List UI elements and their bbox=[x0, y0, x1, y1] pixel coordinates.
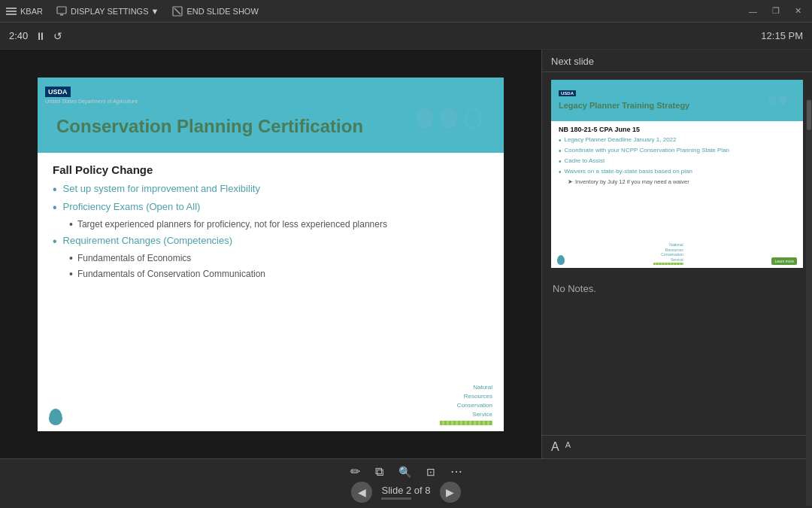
nrcs-text: NaturalResourcesConservationService bbox=[440, 383, 492, 419]
topbar-display-settings[interactable]: DISPLAY SETTINGS ▼ bbox=[56, 6, 159, 17]
nav-controls: ◀ Slide 2 of 8 ▶ bbox=[351, 482, 460, 503]
thumb-bullet-dot-3: • bbox=[559, 157, 562, 166]
header-drops bbox=[417, 108, 481, 129]
slide-sub-bullet-2-1: • Target experienced planners for profic… bbox=[69, 218, 489, 231]
thumb-drop-3 bbox=[789, 95, 797, 105]
thumb-title: Legacy Planner Training Strategy bbox=[559, 101, 795, 110]
topbar-kbar[interactable]: KBAR bbox=[6, 6, 43, 17]
display-icon bbox=[56, 6, 67, 17]
slide-progress-bar bbox=[381, 497, 411, 500]
bullet-dot-3: • bbox=[53, 234, 57, 248]
thumb-bullet-1: • Legacy Planner Deadline January 1, 202… bbox=[559, 136, 795, 144]
thumb-bullet-2: • Coordinate with your NCPP Conservation… bbox=[559, 147, 795, 155]
bullet-dot-1: • bbox=[53, 182, 57, 196]
bullet-dot-2: • bbox=[53, 200, 57, 214]
scroll-thumb[interactable] bbox=[807, 100, 811, 130]
svg-line-6 bbox=[174, 8, 180, 14]
topbar: KBAR DISPLAY SETTINGS ▼ END SLIDE SHOW —… bbox=[0, 0, 812, 23]
right-scrollbar[interactable] bbox=[806, 99, 812, 506]
thumb-nrcs-bar bbox=[653, 263, 683, 265]
font-controls: A A bbox=[542, 435, 812, 458]
topbar-end-slideshow[interactable]: END SLIDE SHOW bbox=[172, 6, 258, 17]
slide-footer: NaturalResourcesConservationService bbox=[38, 379, 504, 431]
thumb-bullet-text-3: Cadre to Assist bbox=[565, 157, 605, 165]
thumb-bullet-3: • Cadre to Assist bbox=[559, 157, 795, 166]
thumb-bullet-text-1: Legacy Planner Deadline January 1, 2022 bbox=[565, 136, 677, 144]
notes-area: No Notes. bbox=[542, 275, 812, 435]
slide-drop-bottom bbox=[49, 409, 62, 425]
restore-button[interactable]: ❐ bbox=[768, 5, 784, 17]
slide-title: Conservation Planning Certification bbox=[53, 116, 363, 137]
nrcs-branding: NaturalResourcesConservationService bbox=[440, 383, 492, 425]
thumb-drop-2 bbox=[779, 95, 786, 105]
copy-icon[interactable]: ⧉ bbox=[375, 465, 383, 479]
usda-subtext: United States Department of Agriculture bbox=[45, 99, 138, 104]
thumb-body: NB 180-21-5 CPA June 15 • Legacy Planner… bbox=[551, 121, 803, 191]
thumb-bullet-dot-2: • bbox=[559, 147, 562, 155]
pause-button[interactable]: ⏸ bbox=[35, 30, 46, 42]
slide-bullet-2: • Proficiency Exams (Open to All) bbox=[53, 200, 489, 214]
next-slide-thumbnail[interactable]: USDA Legacy Planner Training Strategy NB… bbox=[551, 80, 803, 268]
slide-sub-bullet-3-1: • Fundamentals of Economics bbox=[69, 252, 489, 265]
thumb-drop-1 bbox=[768, 95, 776, 105]
thumb-usda-logo: USDA bbox=[559, 90, 576, 96]
bullet-text-2: Proficiency Exams (Open to All) bbox=[63, 200, 201, 214]
usda-logo-box: USDA bbox=[45, 87, 71, 97]
thumb-bullet-text-4: Waivers on a state-by-state basis based … bbox=[565, 168, 692, 175]
crop-icon[interactable]: ⊡ bbox=[426, 466, 435, 478]
drop-icon-2 bbox=[441, 108, 457, 129]
elapsed-time: 2:40 bbox=[9, 30, 28, 41]
usda-logo: USDA United States Department of Agricul… bbox=[45, 84, 138, 104]
search-icon[interactable]: 🔍 bbox=[398, 466, 411, 478]
sub-dot-3-1: • bbox=[69, 252, 73, 265]
drop-icon-1 bbox=[417, 108, 433, 129]
next-slide-button[interactable]: ▶ bbox=[440, 482, 461, 503]
thumb-bullet-text-2: Coordinate with your NCPP Conservation P… bbox=[565, 147, 730, 154]
clock-time: 12:15 PM bbox=[761, 30, 803, 41]
sub-text-3-1: Fundamentals of Economics bbox=[77, 252, 191, 265]
font-decrease-button[interactable]: A bbox=[565, 440, 571, 454]
thumb-bullet-4: • Waivers on a state-by-state basis base… bbox=[559, 168, 795, 176]
thumb-subtitle: NB 180-21-5 CPA June 15 bbox=[559, 126, 795, 133]
end-icon bbox=[172, 6, 183, 17]
thumb-nrcs-text: NationalResourcesConservationService bbox=[661, 242, 683, 262]
next-slide-label: Next slide bbox=[542, 50, 812, 72]
refresh-button[interactable]: ↺ bbox=[53, 30, 62, 42]
thumb-bullet-dot-4: • bbox=[559, 168, 562, 176]
slide-indicator: Slide 2 of 8 bbox=[381, 485, 430, 496]
slide-body: Fall Policy Change • Set up system for i… bbox=[38, 153, 504, 291]
sub-dot-2-1: • bbox=[69, 218, 73, 231]
bullet-text-1: Set up system for improvement and Flexib… bbox=[63, 182, 260, 196]
playerbar: 2:40 ⏸ ↺ 12:15 PM bbox=[0, 23, 812, 50]
thumb-header: USDA Legacy Planner Training Strategy bbox=[551, 80, 803, 121]
drop-icon-3 bbox=[465, 108, 481, 129]
font-increase-button[interactable]: A bbox=[551, 440, 559, 454]
more-options-icon[interactable]: ⋯ bbox=[450, 464, 462, 479]
close-button[interactable]: ✕ bbox=[790, 5, 806, 17]
svg-rect-2 bbox=[6, 14, 17, 15]
slide-frame: USDA United States Department of Agricul… bbox=[38, 78, 504, 431]
right-panel: Next slide USDA Legacy Planner Training … bbox=[541, 50, 812, 458]
main-content: USDA United States Department of Agricul… bbox=[0, 50, 812, 458]
slide-bullet-1: • Set up system for improvement and Flex… bbox=[53, 182, 489, 196]
thumb-green-button[interactable]: Learn more bbox=[771, 257, 797, 265]
slide-indicator-wrapper: Slide 2 of 8 bbox=[381, 485, 430, 500]
pencil-icon[interactable]: ✏ bbox=[350, 464, 360, 479]
nrcs-bar bbox=[440, 421, 492, 425]
thumb-sub-bullet-4-1: ➤ Inventory by July 12 if you may need a… bbox=[568, 178, 795, 185]
svg-rect-0 bbox=[6, 8, 17, 9]
thumb-sub-dot-4-1: ➤ bbox=[568, 178, 573, 185]
thumb-drop-small bbox=[557, 255, 565, 265]
minimize-button[interactable]: — bbox=[744, 5, 762, 17]
slide-sub-bullet-3-2: • Fundamentals of Conservation Communica… bbox=[69, 268, 489, 281]
menu-icon bbox=[6, 6, 17, 17]
bullet-text-3: Requirement Changes (Competencies) bbox=[63, 234, 232, 248]
sub-text-2-1: Target experienced planners for proficie… bbox=[77, 218, 387, 231]
slide-header: USDA United States Department of Agricul… bbox=[38, 78, 504, 153]
svg-rect-1 bbox=[6, 11, 17, 12]
thumb-drops bbox=[768, 95, 797, 105]
thumb-bullet-dot-1: • bbox=[559, 136, 562, 144]
prev-slide-button[interactable]: ◀ bbox=[351, 482, 372, 503]
slide-area: USDA United States Department of Agricul… bbox=[0, 50, 541, 458]
svg-rect-4 bbox=[60, 14, 63, 16]
